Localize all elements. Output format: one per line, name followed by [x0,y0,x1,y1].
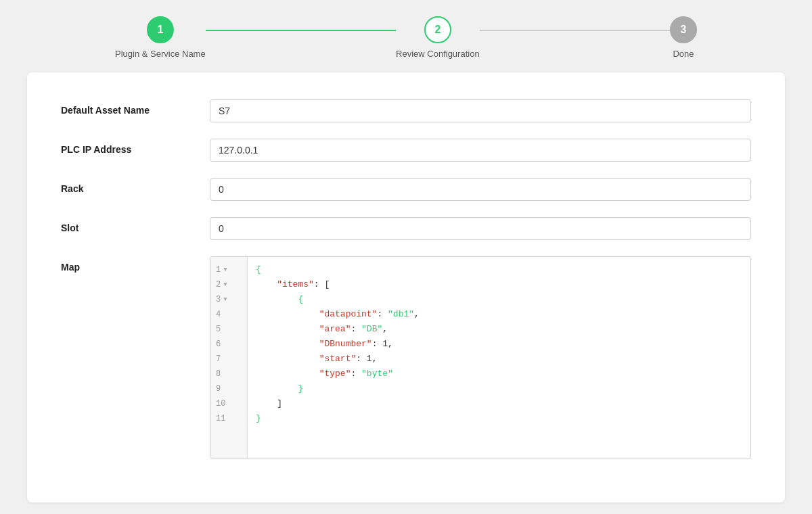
code-line-3: { [248,292,750,307]
plc-ip-label: PLC IP Address [61,139,210,155]
code-line-8: "type": "byte" [248,367,750,381]
step-line-2-3 [480,30,670,31]
line-num-1: 1▼ [210,262,247,277]
map-row: Map 1▼ 2▼ 3▼ 4 5 6 7 8 9 10 11 { "items"… [61,256,751,459]
step-1-label: Plugin & Service Name [115,49,206,59]
step-2-number: 2 [434,24,441,36]
default-asset-name-label: Default Asset Name [61,99,210,116]
slot-input[interactable] [210,217,751,240]
code-line-1: { [248,262,750,277]
step-1: 1 Plugin & Service Name [115,16,206,59]
line-num-11: 11 [210,411,247,426]
code-line-9: } [248,381,750,396]
default-asset-name-row: Default Asset Name [61,99,751,122]
default-asset-name-input[interactable] [210,99,751,122]
step-3: 3 Done [670,16,697,59]
line-num-5: 5 [210,322,247,337]
step-2-label: Review Configuration [396,49,480,59]
slot-label: Slot [61,217,210,233]
plc-ip-row: PLC IP Address [61,139,751,162]
map-code-editor[interactable]: 1▼ 2▼ 3▼ 4 5 6 7 8 9 10 11 { "items": [ … [210,256,751,459]
step-3-circle: 3 [670,16,697,43]
step-2-circle: 2 [424,16,451,43]
step-3-label: Done [673,49,694,59]
line-num-3: 3▼ [210,292,247,307]
code-line-7: "start": 1, [248,352,750,367]
stepper: 1 Plugin & Service Name 2 Review Configu… [0,0,812,72]
step-1-number: 1 [157,24,163,36]
slot-row: Slot [61,217,751,240]
code-line-10: ] [248,396,750,411]
code-line-6: "DBnumber": 1, [248,337,750,352]
map-label: Map [61,256,210,273]
line-num-8: 8 [210,367,247,381]
line-num-2: 2▼ [210,277,247,292]
code-line-4: "datapoint": "db1", [248,307,750,322]
step-1-circle: 1 [147,16,174,43]
step-line-1-2 [206,30,396,31]
code-line-5: "area": "DB", [248,322,750,337]
code-line-2: "items": [ [248,277,750,292]
step-3-number: 3 [681,24,687,36]
step-2: 2 Review Configuration [396,16,480,59]
code-line-11: } [248,411,750,426]
line-num-4: 4 [210,307,247,322]
code-content[interactable]: { "items": [ { "datapoint": "db1", "area… [248,257,750,459]
rack-row: Rack [61,178,751,201]
config-card: Default Asset Name PLC IP Address Rack S… [27,72,785,503]
rack-input[interactable] [210,178,751,201]
line-num-10: 10 [210,396,247,411]
line-num-7: 7 [210,352,247,367]
line-num-6: 6 [210,337,247,352]
rack-label: Rack [61,178,210,194]
line-num-9: 9 [210,381,247,396]
line-numbers: 1▼ 2▼ 3▼ 4 5 6 7 8 9 10 11 [210,257,248,459]
plc-ip-input[interactable] [210,139,751,162]
